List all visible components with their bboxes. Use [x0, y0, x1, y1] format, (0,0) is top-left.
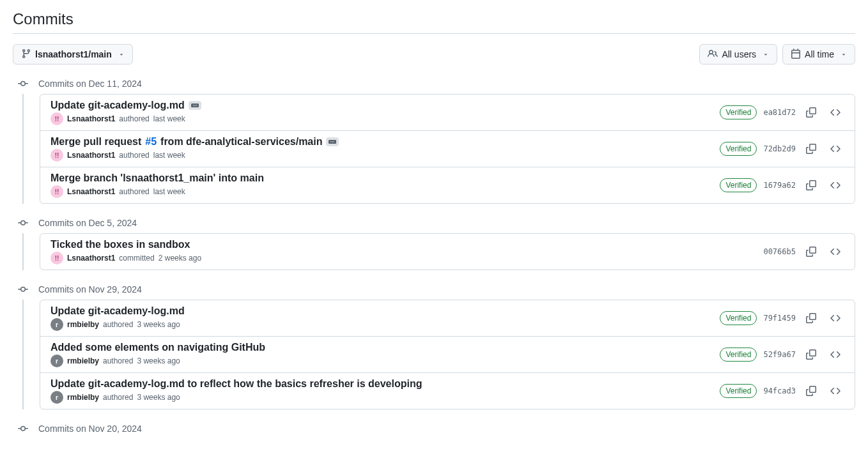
verified-badge[interactable]: Verified: [720, 348, 757, 362]
commit-group-date: Commits on Dec 11, 2024: [38, 79, 142, 89]
copy-sha-button[interactable]: [802, 346, 820, 363]
commit-group-header: Commits on Nov 20, 2024: [13, 424, 855, 434]
avatar[interactable]: r: [50, 318, 63, 331]
copy-sha-button[interactable]: [802, 103, 820, 121]
commit-meta: r rmbielby authored 3 weeks ago: [50, 318, 720, 331]
expand-commit-message-button[interactable]: [189, 101, 201, 110]
browse-code-button[interactable]: [826, 103, 844, 121]
commit-sha[interactable]: 72db2d9: [763, 144, 796, 153]
commit-icon: [18, 218, 28, 228]
commit-time: last week: [153, 114, 185, 123]
author-link[interactable]: Lsnaathorst1: [67, 254, 115, 263]
browse-code-button[interactable]: [826, 140, 844, 158]
commit-meta: !! Lsnaathorst1 committed 2 weeks ago: [50, 252, 763, 264]
commit-time: 2 weeks ago: [159, 254, 201, 263]
commit-time: last week: [153, 187, 185, 196]
commit-title[interactable]: Update git-academy-log.md: [50, 305, 720, 317]
chevron-down-icon: [763, 49, 769, 59]
copy-sha-button[interactable]: [802, 243, 820, 261]
browse-code-button[interactable]: [826, 309, 844, 327]
commit-sha[interactable]: 1679a62: [763, 181, 796, 190]
verified-badge[interactable]: Verified: [720, 384, 757, 398]
timeline-connector: [22, 233, 24, 270]
author-link[interactable]: Lsnaathorst1: [67, 187, 115, 196]
users-filter-label: All users: [722, 49, 756, 59]
commit-title[interactable]: Merge pull request #5 from dfe-analytica…: [50, 136, 720, 148]
commit-group-header: Commits on Nov 29, 2024: [13, 284, 855, 294]
avatar[interactable]: !!: [50, 149, 63, 162]
toolbar: lsnaathorst1/main All users All time: [13, 44, 855, 65]
people-icon: [708, 49, 718, 61]
commit-meta: !! Lsnaathorst1 authored last week: [50, 149, 720, 162]
commit-sha[interactable]: 79f1459: [763, 314, 796, 323]
pr-link[interactable]: #5: [145, 136, 157, 148]
avatar[interactable]: !!: [50, 252, 63, 264]
author-link[interactable]: rmbielby: [67, 393, 99, 402]
verified-badge[interactable]: Verified: [720, 311, 757, 325]
commit-title[interactable]: Ticked the boxes in sandbox: [50, 239, 763, 250]
git-branch-icon: [21, 49, 31, 61]
commit-time: 3 weeks ago: [137, 393, 180, 402]
commit-time: last week: [153, 151, 185, 160]
commit-list: Update git-academy-log.md r rmbielby aut…: [40, 300, 855, 409]
commit-title[interactable]: Update git-academy-log.md to reflect how…: [50, 378, 720, 390]
browse-code-button[interactable]: [826, 243, 844, 261]
commit-list: Ticked the boxes in sandbox !! Lsnaathor…: [40, 233, 855, 270]
verified-badge[interactable]: Verified: [720, 105, 757, 119]
avatar[interactable]: !!: [50, 112, 63, 125]
copy-sha-button[interactable]: [802, 176, 820, 194]
author-link[interactable]: rmbielby: [67, 356, 99, 365]
browse-code-button[interactable]: [826, 346, 844, 363]
commit-sha[interactable]: 00766b5: [763, 247, 796, 256]
commit-title[interactable]: Merge branch 'lsnaathorst1_main' into ma…: [50, 172, 720, 184]
author-link[interactable]: Lsnaathorst1: [67, 151, 115, 160]
commit-action: committed: [119, 254, 154, 263]
commit-list: Update git-academy-log.md !! Lsnaathorst…: [40, 94, 855, 204]
commit-action: authored: [103, 320, 133, 329]
commit-group-date: Commits on Nov 29, 2024: [38, 284, 142, 294]
avatar[interactable]: !!: [50, 185, 63, 198]
timeline-connector: [22, 300, 24, 409]
commit-action: authored: [103, 393, 133, 402]
commit-row: Update git-academy-log.md r rmbielby aut…: [40, 300, 855, 336]
commit-time: 3 weeks ago: [137, 320, 180, 329]
time-filter-button[interactable]: All time: [782, 44, 855, 65]
author-link[interactable]: rmbielby: [67, 320, 99, 329]
commit-group-date: Commits on Dec 5, 2024: [38, 218, 137, 228]
browse-code-button[interactable]: [826, 382, 844, 400]
time-filter-label: All time: [805, 49, 834, 59]
commit-action: authored: [119, 151, 149, 160]
commit-icon: [18, 284, 28, 294]
commit-action: authored: [119, 114, 149, 123]
commit-group-header: Commits on Dec 5, 2024: [13, 218, 855, 228]
commit-row: Merge pull request #5 from dfe-analytica…: [40, 130, 855, 167]
avatar[interactable]: r: [50, 391, 63, 404]
commit-sha[interactable]: 94fcad3: [763, 386, 796, 395]
verified-badge[interactable]: Verified: [720, 142, 757, 156]
commit-sha[interactable]: 52f9a67: [763, 350, 796, 359]
verified-badge[interactable]: Verified: [720, 178, 757, 192]
commit-row: Ticked the boxes in sandbox !! Lsnaathor…: [40, 234, 855, 270]
browse-code-button[interactable]: [826, 176, 844, 194]
commit-sha[interactable]: ea81d72: [763, 108, 796, 117]
commit-row: Update git-academy-log.md to reflect how…: [40, 372, 855, 409]
commit-row: Merge branch 'lsnaathorst1_main' into ma…: [40, 167, 855, 203]
chevron-down-icon: [841, 49, 847, 59]
commit-title[interactable]: Update git-academy-log.md: [50, 100, 720, 111]
calendar-icon: [791, 49, 801, 61]
expand-commit-message-button[interactable]: [326, 137, 339, 146]
copy-sha-button[interactable]: [802, 382, 820, 400]
author-link[interactable]: Lsnaathorst1: [67, 114, 115, 123]
copy-sha-button[interactable]: [802, 140, 820, 158]
commit-title[interactable]: Added some elements on navigating GitHub: [50, 342, 720, 353]
branch-selector-button[interactable]: lsnaathorst1/main: [13, 44, 133, 65]
commit-timeline: Commits on Dec 11, 2024 Update git-acade…: [13, 75, 855, 434]
commit-meta: r rmbielby authored 3 weeks ago: [50, 355, 720, 367]
avatar[interactable]: r: [50, 355, 63, 367]
copy-sha-button[interactable]: [802, 309, 820, 327]
commit-meta: !! Lsnaathorst1 authored last week: [50, 185, 720, 198]
users-filter-button[interactable]: All users: [699, 44, 777, 65]
chevron-down-icon: [118, 49, 125, 59]
commit-meta: r rmbielby authored 3 weeks ago: [50, 391, 720, 404]
commit-group-header: Commits on Dec 11, 2024: [13, 79, 855, 89]
